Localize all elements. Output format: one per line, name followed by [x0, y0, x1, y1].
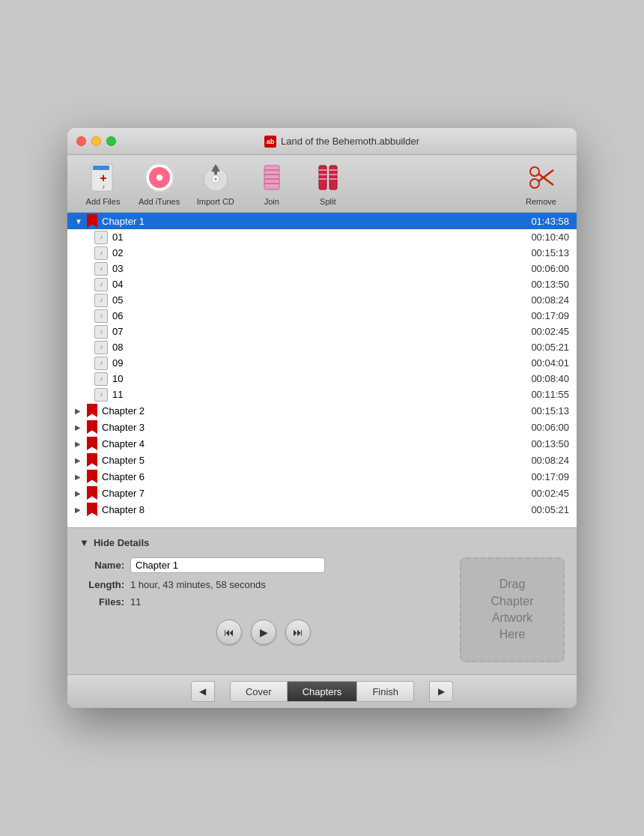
details-content: Name: Length: 1 hour, 43 minutes, 58 sec…: [79, 557, 565, 662]
chapter-8-row[interactable]: ▶ Chapter 8 00:05:21: [67, 501, 577, 518]
chapter-2-name: Chapter 2: [102, 405, 531, 417]
import-cd-button[interactable]: Import CD: [195, 161, 236, 206]
chapter-list[interactable]: ▼ Chapter 1 01:43:58 ♪ 01 00:10:40 ♪ 02 …: [67, 213, 577, 527]
file-06-duration: 00:17:09: [531, 310, 569, 321]
file-03-row[interactable]: ♪ 03 00:06:00: [67, 261, 577, 276]
file-10-duration: 00:08:40: [531, 373, 569, 384]
file-02-icon: ♪: [94, 246, 108, 260]
chapter-5-row[interactable]: ▶ Chapter 5 00:08:24: [67, 452, 577, 468]
chapter-3-expand[interactable]: ▶: [75, 423, 87, 431]
file-03-icon: ♪: [94, 262, 108, 276]
svg-rect-19: [329, 166, 337, 190]
file-07-row[interactable]: ♪ 07 00:02:45: [67, 324, 577, 339]
tab-group: Cover Chapters Finish: [230, 681, 414, 702]
close-button[interactable]: [76, 136, 86, 146]
tab-cover[interactable]: Cover: [230, 681, 288, 702]
file-10-row[interactable]: ♪ 10 00:08:40: [67, 371, 577, 387]
chapter-2-row[interactable]: ▶ Chapter 2 00:15:13: [67, 402, 577, 419]
name-label: Name:: [79, 560, 124, 571]
chapter-2-duration: 00:15:13: [531, 405, 569, 417]
file-02-row[interactable]: ♪ 02 00:15:13: [67, 245, 577, 261]
chapter-1-name: Chapter 1: [102, 216, 531, 227]
playback-controls: ⏮ ▶ ⏭: [79, 620, 448, 645]
file-10-name: 10: [112, 373, 531, 384]
chapter-2-bookmark: [87, 404, 97, 417]
fast-forward-button[interactable]: ⏭: [285, 620, 311, 645]
file-01-icon: ♪: [94, 231, 108, 244]
chapter-1-row[interactable]: ▼ Chapter 1 01:43:58: [67, 213, 577, 229]
split-label: Split: [320, 197, 335, 206]
name-row: Name:: [79, 557, 448, 573]
file-11-name: 11: [112, 389, 531, 400]
svg-text:♪: ♪: [157, 172, 162, 183]
join-icon: [255, 161, 288, 194]
split-button[interactable]: Split: [307, 161, 348, 206]
back-nav-button[interactable]: ◀: [191, 681, 215, 702]
file-06-name: 06: [112, 310, 531, 321]
file-05-icon: ♪: [94, 294, 108, 307]
svg-point-10: [214, 178, 217, 181]
split-icon: [312, 161, 344, 194]
add-files-icon: + ♪: [87, 161, 120, 194]
traffic-lights: [76, 136, 116, 146]
files-value: 11: [130, 596, 141, 608]
chapter-3-row[interactable]: ▶ Chapter 3 00:06:00: [67, 419, 577, 435]
remove-icon: [525, 161, 558, 194]
chapter-7-row[interactable]: ▶ Chapter 7 00:02:45: [67, 485, 577, 501]
chapter-5-name: Chapter 5: [102, 455, 531, 466]
play-button[interactable]: ▶: [251, 620, 276, 645]
file-08-row[interactable]: ♪ 08 00:05:21: [67, 339, 577, 355]
file-06-row[interactable]: ♪ 06 00:17:09: [67, 308, 577, 324]
chapter-8-expand[interactable]: ▶: [75, 506, 87, 514]
file-04-row[interactable]: ♪ 04 00:13:50: [67, 276, 577, 292]
file-08-icon: ♪: [94, 341, 108, 354]
svg-rect-18: [319, 166, 326, 190]
chapter-6-row[interactable]: ▶ Chapter 6 00:17:09: [67, 468, 577, 485]
length-label: Length:: [79, 579, 124, 590]
add-files-button[interactable]: + ♪ Add Files: [82, 161, 124, 206]
chapter-5-expand[interactable]: ▶: [75, 456, 87, 464]
chapter-4-expand[interactable]: ▶: [75, 440, 87, 448]
svg-text:♪: ♪: [101, 183, 105, 190]
svg-rect-13: [264, 166, 279, 190]
chapter-8-bookmark: [87, 503, 97, 516]
chapter-4-duration: 00:13:50: [531, 438, 569, 449]
svg-rect-12: [214, 169, 217, 175]
import-cd-icon: [199, 161, 232, 194]
svg-point-27: [530, 167, 539, 176]
chapter-3-name: Chapter 3: [102, 422, 531, 433]
add-itunes-button[interactable]: ♪ Add iTunes: [139, 161, 180, 206]
chapter-7-expand[interactable]: ▶: [75, 489, 87, 497]
chapter-2-expand[interactable]: ▶: [75, 407, 87, 415]
maximize-button[interactable]: [106, 136, 116, 146]
join-button[interactable]: Join: [251, 161, 292, 206]
file-04-icon: ♪: [94, 278, 108, 291]
file-05-row[interactable]: ♪ 05 00:08:24: [67, 292, 577, 308]
remove-button[interactable]: Remove: [520, 161, 562, 206]
import-cd-label: Import CD: [197, 197, 234, 206]
file-04-duration: 00:13:50: [531, 279, 569, 290]
chapter-4-name: Chapter 4: [102, 438, 531, 449]
file-09-row[interactable]: ♪ 09 00:04:01: [67, 355, 577, 371]
hide-details-toggle[interactable]: ▼ Hide Details: [79, 537, 565, 548]
chapter-4-row[interactable]: ▶ Chapter 4 00:13:50: [67, 435, 577, 452]
chapter-6-expand[interactable]: ▶: [75, 473, 87, 481]
file-11-row[interactable]: ♪ 11 00:11:55: [67, 387, 577, 402]
artwork-drop-zone[interactable]: DragChapterArtworkHere: [460, 557, 565, 662]
chapter-1-expand[interactable]: ▼: [75, 217, 87, 225]
join-label: Join: [264, 197, 279, 206]
title-bar: ab Land of the Behemoth.abbuilder: [67, 128, 577, 155]
file-03-name: 03: [112, 263, 531, 274]
file-10-icon: ♪: [94, 372, 108, 386]
rewind-button[interactable]: ⏮: [216, 620, 242, 645]
tab-chapters[interactable]: Chapters: [288, 681, 358, 702]
forward-nav-button[interactable]: ▶: [429, 681, 453, 702]
file-01-row[interactable]: ♪ 01 00:10:40: [67, 229, 577, 245]
tab-finish[interactable]: Finish: [357, 681, 414, 702]
svg-point-26: [530, 179, 539, 188]
file-11-duration: 00:11:55: [531, 389, 569, 400]
minimize-button[interactable]: [91, 136, 101, 146]
chapter-4-bookmark: [87, 437, 97, 450]
length-row: Length: 1 hour, 43 minutes, 58 seconds: [79, 579, 448, 590]
name-input[interactable]: [130, 557, 325, 573]
